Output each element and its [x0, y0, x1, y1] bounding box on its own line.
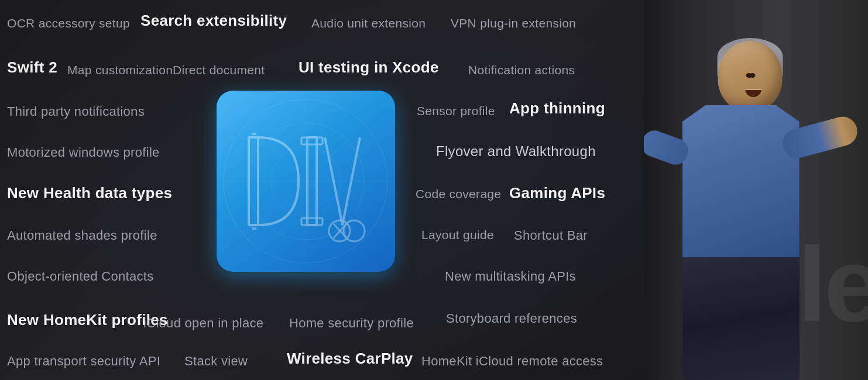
- flyover-label: Flyover and Walkthrough: [436, 143, 596, 160]
- object-label: Object-oriented Contacts: [7, 269, 154, 284]
- stack-view-label: Stack view: [184, 354, 248, 369]
- swift-label: Swift 2: [7, 58, 57, 77]
- person-figure: [653, 41, 840, 380]
- icloud-label: iCloud open in place: [143, 316, 263, 331]
- shortcut-label: Shortcut Bar: [514, 228, 588, 243]
- gaming-label: Gaming APIs: [509, 184, 605, 202]
- motorized-label: Motorized windows profile: [7, 145, 160, 160]
- person-head: [718, 41, 782, 111]
- automated-label: Automated shades profile: [7, 228, 157, 243]
- app-thinning-label: App thinning: [509, 99, 605, 118]
- app-transport-label: App transport security API: [7, 354, 160, 369]
- layout-label: Layout guide: [421, 228, 494, 242]
- home-sec-label: Home security profile: [289, 316, 414, 331]
- person-mouth: [745, 89, 761, 97]
- map-label: Map customization: [67, 63, 173, 77]
- ui-testing-label: UI testing in Xcode: [299, 58, 439, 77]
- svg-rect-16: [252, 227, 256, 230]
- search-ext-label: Search extensibility: [140, 12, 287, 30]
- svg-rect-15: [252, 133, 256, 135]
- direct-label: Direct document: [173, 63, 265, 77]
- new-health-label: New Health data types: [7, 184, 172, 202]
- dev-logo: [217, 91, 395, 272]
- audio-label: Audio unit extension: [311, 16, 426, 30]
- ocr-label: OCR accessory setup: [7, 16, 130, 30]
- code-coverage-label: Code coverage: [416, 187, 501, 201]
- person-eye-right: [749, 73, 755, 78]
- main-container: OCR accessory setup Search extensibility…: [0, 0, 868, 380]
- sensor-label: Sensor profile: [417, 104, 495, 118]
- vpn-label: VPN plug-in extension: [451, 16, 576, 30]
- person-torso: [682, 105, 800, 269]
- content-area: OCR accessory setup Search extensibility…: [0, 0, 644, 380]
- person-pants: [682, 257, 800, 380]
- notif-actions-label: Notification actions: [468, 63, 575, 77]
- wireless-label: Wireless CarPlay: [287, 350, 413, 368]
- photo-area: file: [644, 0, 868, 380]
- homekit-icloud-label: HomeKit iCloud remote access: [421, 354, 603, 369]
- third-party-label: Third party notifications: [7, 104, 145, 119]
- storyboard-label: Storyboard references: [446, 311, 577, 326]
- new-multitask-label: New multitasking APIs: [445, 269, 576, 284]
- svg-point-12: [344, 220, 365, 241]
